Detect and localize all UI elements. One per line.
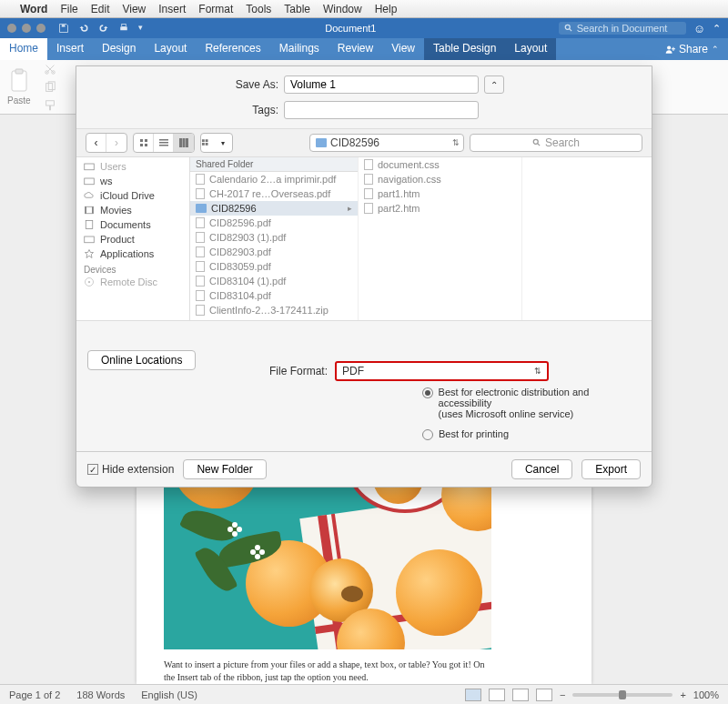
- tab-table-design[interactable]: Table Design: [424, 38, 505, 60]
- file-item[interactable]: ClientInfo-2…3-172411.zip: [190, 303, 358, 317]
- share-button[interactable]: Share ⌃: [656, 38, 728, 60]
- list-view-button[interactable]: [154, 134, 174, 152]
- file-item[interactable]: document.css: [359, 157, 521, 172]
- search-placeholder: Search: [545, 136, 580, 149]
- menu-tools[interactable]: Tools: [246, 3, 271, 15]
- language-indicator[interactable]: English (US): [141, 689, 197, 700]
- paste-label: Paste: [7, 96, 31, 106]
- file-item[interactable]: CID83104.pdf: [190, 288, 358, 303]
- page-indicator[interactable]: Page 1 of 2: [9, 689, 60, 700]
- zoom-out-button[interactable]: −: [560, 689, 565, 700]
- menu-file[interactable]: File: [60, 3, 77, 15]
- qat-dropdown-icon[interactable]: ▾: [138, 23, 143, 34]
- file-item-selected[interactable]: CID82596▸: [190, 201, 358, 216]
- back-button[interactable]: ‹: [86, 134, 106, 152]
- zoom-slider[interactable]: [572, 693, 672, 697]
- word-titlebar: ▾ Document1 Search in Document ☺ ⌃: [0, 18, 728, 38]
- zoom-percent[interactable]: 100%: [693, 689, 719, 700]
- sidebar-item-applications[interactable]: Applications: [76, 246, 189, 261]
- file-item[interactable]: CH-2017 re…Overseas.pdf: [190, 186, 358, 201]
- svg-rect-25: [206, 139, 208, 142]
- expand-ribbon-icon[interactable]: ⌃: [713, 23, 728, 35]
- file-item[interactable]: Calendario 2…a imprimir.pdf: [190, 172, 358, 186]
- window-controls[interactable]: [0, 24, 53, 33]
- path-dropdown[interactable]: CID82596 ⇅: [309, 134, 464, 152]
- qat-print-icon[interactable]: [118, 23, 129, 34]
- hide-extension-checkbox[interactable]: ✓ Hide extension: [87, 463, 174, 476]
- sidebar-item-documents[interactable]: Documents: [76, 217, 189, 232]
- sidebar-item[interactable]: ws: [76, 174, 189, 188]
- paste-group[interactable]: Paste: [7, 68, 31, 106]
- column-view-button[interactable]: [174, 134, 194, 152]
- file-item[interactable]: part1.htm: [359, 186, 521, 201]
- chevron-up-icon: ⌃: [712, 45, 719, 54]
- tags-input[interactable]: [284, 101, 479, 119]
- tab-review[interactable]: Review: [329, 38, 382, 60]
- qat-redo-icon[interactable]: [98, 23, 109, 34]
- app-menu[interactable]: Word: [20, 3, 47, 15]
- menu-table[interactable]: Table: [284, 3, 310, 15]
- tab-home[interactable]: Home: [0, 38, 47, 60]
- menu-help[interactable]: Help: [375, 3, 398, 15]
- sidebar-item-icloud[interactable]: iCloud Drive: [76, 188, 189, 203]
- sidebar-item[interactable]: Users: [76, 159, 189, 174]
- menu-window[interactable]: Window: [323, 3, 362, 15]
- qat-undo-icon[interactable]: [78, 23, 89, 34]
- word-count[interactable]: 188 Words: [76, 689, 125, 700]
- file-item[interactable]: CID82903.pdf: [190, 245, 358, 259]
- web-layout-view-button[interactable]: [489, 689, 505, 701]
- tab-layout[interactable]: Layout: [145, 38, 196, 60]
- feedback-icon[interactable]: ☺: [686, 22, 713, 35]
- tab-view[interactable]: View: [382, 38, 424, 60]
- export-button[interactable]: Export: [581, 459, 641, 479]
- qat-save-icon[interactable]: [58, 23, 69, 34]
- tab-insert[interactable]: Insert: [47, 38, 93, 60]
- file-item[interactable]: CID82596.pdf: [190, 216, 358, 230]
- sidebar-item-movies[interactable]: Movies: [76, 203, 189, 217]
- online-locations-button[interactable]: Online Locations: [87, 350, 196, 370]
- updown-icon: ⇅: [452, 138, 460, 147]
- tab-design[interactable]: Design: [93, 38, 145, 60]
- sidebar-item-remote-disc[interactable]: Remote Disc: [76, 275, 189, 289]
- svg-point-5: [667, 45, 671, 49]
- icon-view-button[interactable]: [134, 134, 154, 152]
- menu-insert[interactable]: Insert: [158, 3, 186, 15]
- file-item[interactable]: CID83059.pdf: [190, 259, 358, 274]
- save-as-label: Save As:: [91, 78, 278, 91]
- svg-rect-26: [202, 143, 205, 146]
- zoom-in-button[interactable]: +: [680, 689, 685, 700]
- file-item[interactable]: navigation.css: [359, 172, 521, 186]
- radio-icon: [422, 429, 433, 440]
- draft-view-button[interactable]: [536, 689, 552, 701]
- radio-electronic[interactable]: Best for electronic distribution and acc…: [422, 387, 637, 419]
- menu-view[interactable]: View: [122, 3, 146, 15]
- outline-view-button[interactable]: [512, 689, 529, 701]
- file-format-dropdown[interactable]: PDF ⇅: [335, 361, 549, 381]
- save-as-input[interactable]: [284, 75, 479, 94]
- tab-mailings[interactable]: Mailings: [270, 38, 329, 60]
- tab-table-layout[interactable]: Layout: [505, 38, 556, 60]
- svg-rect-19: [159, 142, 168, 144]
- cancel-button[interactable]: Cancel: [511, 459, 572, 479]
- menu-format[interactable]: Format: [198, 3, 233, 15]
- forward-button[interactable]: ›: [106, 134, 126, 152]
- file-item[interactable]: part2.htm: [359, 201, 521, 216]
- format-painter-icon[interactable]: [44, 99, 56, 112]
- menu-edit[interactable]: Edit: [91, 3, 110, 15]
- finder-search[interactable]: Search: [470, 134, 642, 152]
- print-layout-view-button[interactable]: [465, 689, 481, 701]
- file-item[interactable]: CID82903 (1).pdf: [190, 230, 358, 245]
- tab-references[interactable]: References: [196, 38, 269, 60]
- new-folder-button[interactable]: New Folder: [183, 459, 266, 479]
- disc-icon: [84, 277, 95, 287]
- expand-dialog-button[interactable]: ⌃: [484, 75, 504, 94]
- search-in-document[interactable]: Search in Document: [559, 22, 686, 35]
- sidebar-item[interactable]: Product: [76, 232, 189, 246]
- cut-icon[interactable]: [44, 63, 56, 75]
- copy-icon[interactable]: [44, 81, 56, 94]
- arrange-button[interactable]: ▾: [200, 133, 233, 153]
- file-column-2: document.css navigation.css part1.htm pa…: [359, 157, 522, 320]
- view-mode-buttons: [133, 133, 195, 153]
- radio-printing[interactable]: Best for printing: [422, 428, 637, 440]
- file-item[interactable]: CID83104 (1).pdf: [190, 274, 358, 288]
